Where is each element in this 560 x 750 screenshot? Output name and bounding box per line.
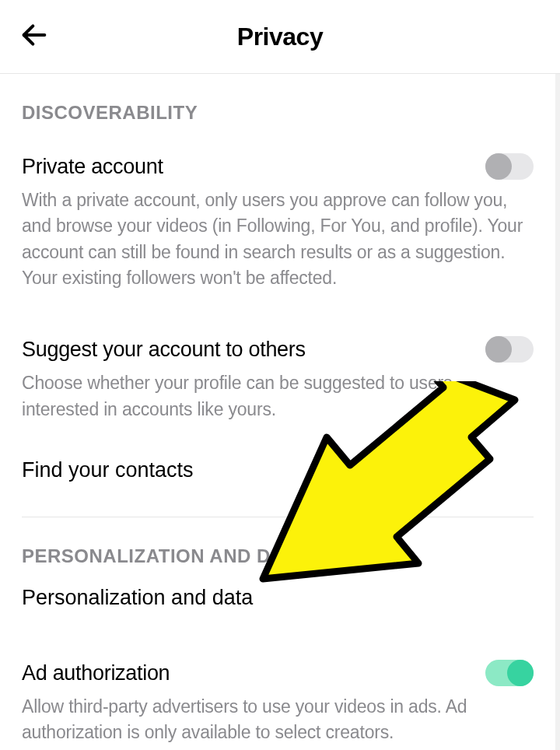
suggest-account-description: Choose whether your profile can be sugge… xyxy=(22,370,534,422)
suggest-account-title: Suggest your account to others xyxy=(22,338,306,362)
private-account-title: Private account xyxy=(22,155,163,179)
arrow-left-icon xyxy=(19,19,50,54)
toggle-knob-icon xyxy=(485,153,512,180)
toggle-knob-icon xyxy=(507,660,534,686)
setting-private-account: Private account With a private account, … xyxy=(22,135,534,302)
suggest-account-toggle[interactable] xyxy=(485,336,534,363)
setting-ad-authorization: Ad authorization Allow third-party adver… xyxy=(22,641,534,750)
find-contacts-row[interactable]: Find your contacts xyxy=(22,433,534,517)
toggle-knob-icon xyxy=(485,336,512,363)
private-account-toggle[interactable] xyxy=(485,153,534,180)
page-header: Privacy xyxy=(0,0,560,74)
find-contacts-label: Find your contacts xyxy=(22,458,194,482)
settings-scroll-area[interactable]: DISCOVERABILITY Private account With a p… xyxy=(0,74,560,750)
back-button[interactable] xyxy=(16,18,53,55)
private-account-description: With a private account, only users you a… xyxy=(22,188,534,291)
ad-authorization-toggle[interactable] xyxy=(485,660,534,686)
section-header-personalization: PERSONALIZATION AND DATA xyxy=(22,517,534,578)
personalization-data-label: Personalization and data xyxy=(22,586,253,609)
ad-authorization-title: Ad authorization xyxy=(22,661,170,685)
setting-suggest-account: Suggest your account to others Choose wh… xyxy=(22,302,534,433)
ad-authorization-description: Allow third-party advertisers to use you… xyxy=(22,694,534,746)
personalization-data-row[interactable]: Personalization and data xyxy=(22,578,534,641)
section-header-discoverability: DISCOVERABILITY xyxy=(22,74,534,135)
page-title: Privacy xyxy=(237,23,323,51)
